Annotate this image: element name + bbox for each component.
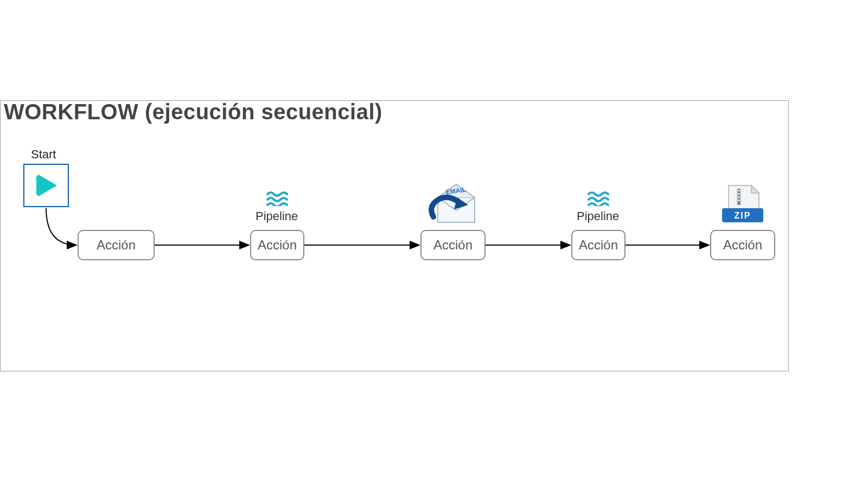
workflow-title: WORKFLOW (ejecución secuencial) [4,100,382,124]
action-node-4[interactable]: Acción [571,230,626,260]
action-node-2-label: Acción [258,237,297,253]
start-label: Start [31,147,56,162]
svg-rect-7 [736,196,742,198]
action-node-3-label: Acción [433,237,473,253]
action-node-1[interactable]: Acción [78,230,155,260]
action-node-5[interactable]: Acción [710,230,775,260]
zip-icon-text: ZIP [735,211,751,220]
svg-rect-5 [736,190,742,191]
pipeline-label-1: Pipeline [256,209,298,223]
action-node-5-label: Acción [723,237,762,253]
action-node-2[interactable]: Acción [250,230,304,260]
start-node[interactable] [23,164,69,207]
email-icon: EMAIL [426,179,486,229]
workflow-frame: WORKFLOW (ejecución secuencial) Start Ac… [0,100,789,371]
play-icon [31,170,61,201]
svg-rect-6 [736,193,742,195]
action-node-3[interactable]: Acción [420,230,486,260]
action-node-4-label: Acción [579,237,618,253]
wave-icon [266,191,288,206]
svg-rect-8 [736,200,742,201]
wave-icon [588,191,609,206]
pipeline-label-2: Pipeline [577,209,619,223]
zip-file-icon: ZIP [721,184,764,229]
action-node-1-label: Acción [97,237,136,253]
